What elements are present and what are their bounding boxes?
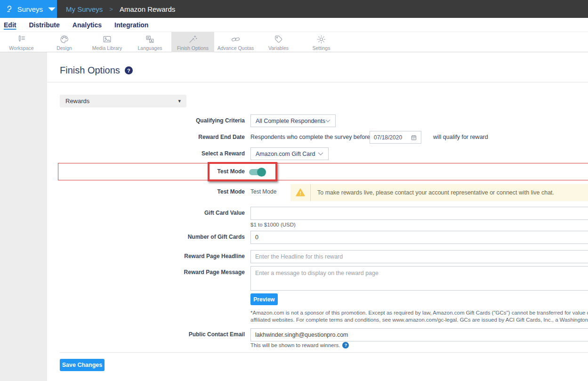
questionpro-logo-icon bbox=[6, 4, 13, 14]
calendar-icon bbox=[411, 134, 417, 141]
toggle-knob bbox=[257, 168, 266, 177]
edit-toolbar: Workspace Design Media Library Languag bbox=[0, 32, 588, 52]
toolbar-item-languages[interactable]: Languages bbox=[129, 32, 171, 52]
product-name: Surveys bbox=[17, 5, 43, 13]
select-a-reward-select[interactable]: Amazon.com Gift Card bbox=[250, 147, 329, 160]
help-icon[interactable]: ? bbox=[342, 342, 349, 349]
finish-option-type-dropdown[interactable]: Rewards ▾ bbox=[60, 95, 186, 107]
test-mode-toggle-label: Test Mode bbox=[217, 165, 245, 178]
number-of-gift-cards-label: Number of Gift Cards bbox=[188, 231, 245, 243]
toolbar-item-settings[interactable]: Settings bbox=[300, 32, 343, 52]
gear-icon bbox=[316, 34, 326, 44]
test-mode-status-label: Test Mode bbox=[217, 186, 245, 198]
qualifying-criteria-value: All Complete Respondents bbox=[256, 118, 325, 124]
qualifying-criteria-label: Qualifying Criteria bbox=[196, 114, 245, 127]
reward-end-date-value: 07/18/2020 bbox=[374, 134, 402, 141]
top-header-bar: Surveys My Surveys > Amazon Rewards bbox=[0, 0, 588, 18]
reward-end-date-prefix: Respondents who complete the survey befo… bbox=[250, 131, 370, 144]
warning-text: To make rewards live, please contact you… bbox=[317, 189, 554, 196]
reward-page-message-textarea[interactable] bbox=[250, 266, 588, 291]
page-title: Finish Options bbox=[60, 65, 120, 76]
toolbar-item-label: Media Library bbox=[92, 45, 122, 51]
annotation-highlight-row bbox=[58, 163, 588, 180]
preview-button[interactable]: Preview bbox=[250, 293, 278, 305]
toolbar-item-media-library[interactable]: Media Library bbox=[86, 32, 129, 52]
tag-icon bbox=[274, 34, 283, 44]
media-library-icon bbox=[102, 34, 112, 44]
reward-page-message-label: Reward Page Message bbox=[184, 266, 245, 279]
chevron-down-icon bbox=[325, 119, 330, 123]
reward-page-headline-label: Reward Page Headline bbox=[184, 250, 245, 263]
gift-card-value-helper: $1 to $1000 (USD) bbox=[250, 222, 296, 227]
amazon-legal-text: *Amazon.com is not a sponsor of this pro… bbox=[250, 309, 588, 324]
breadcrumb-separator: > bbox=[109, 6, 113, 13]
breadcrumb-my-surveys[interactable]: My Surveys bbox=[66, 5, 103, 13]
toolbar-item-variables[interactable]: Variables bbox=[257, 32, 300, 52]
chevron-down-icon bbox=[318, 152, 323, 156]
toolbar-item-workspace[interactable]: Workspace bbox=[0, 32, 43, 52]
section-divider bbox=[47, 82, 588, 82]
toolbar-item-label: Advance Quotas bbox=[217, 45, 254, 51]
breadcrumb: My Surveys > Amazon Rewards bbox=[66, 0, 175, 18]
gift-card-value-label: Gift Card Value bbox=[204, 207, 245, 219]
nav-tab-analytics[interactable]: Analytics bbox=[72, 21, 102, 29]
chain-links-icon bbox=[231, 34, 241, 44]
test-mode-status-value: Test Mode bbox=[250, 186, 276, 198]
toolbar-item-advance-quotas[interactable]: Advance Quotas bbox=[214, 32, 257, 52]
reward-end-date-label: Reward End Date bbox=[198, 131, 245, 144]
app-window: Surveys My Surveys > Amazon Rewards Edit… bbox=[0, 0, 588, 381]
toolbar-item-label: Finish Options bbox=[177, 45, 209, 51]
reward-page-headline-input[interactable] bbox=[250, 250, 588, 263]
languages-icon bbox=[145, 34, 155, 44]
primary-nav: Edit Distribute Analytics Integration bbox=[0, 18, 588, 32]
qualifying-criteria-select[interactable]: All Complete Respondents bbox=[250, 114, 336, 127]
warning-divider bbox=[310, 184, 311, 201]
toolbar-item-label: Settings bbox=[313, 45, 330, 51]
warning-triangle-icon bbox=[295, 187, 306, 198]
public-contact-email-helper: This will be shown to reward winners. bbox=[250, 342, 340, 348]
toolbar-item-label: Design bbox=[56, 45, 72, 51]
public-contact-email-input[interactable] bbox=[250, 328, 588, 341]
nav-tab-edit[interactable]: Edit bbox=[4, 21, 16, 29]
chevron-down-icon bbox=[47, 4, 57, 14]
legal-line-1: *Amazon.com is not a sponsor of this pro… bbox=[250, 309, 588, 316]
public-contact-email-label: Public Contact Email bbox=[189, 328, 245, 341]
legal-line-2: affiliated websites. For complete terms … bbox=[250, 316, 588, 324]
select-a-reward-value: Amazon.com Gift Card bbox=[256, 151, 315, 157]
breadcrumb-current-survey: Amazon Rewards bbox=[120, 5, 175, 13]
left-gutter bbox=[0, 52, 47, 381]
workspace-icon bbox=[16, 34, 26, 44]
nav-tab-integration[interactable]: Integration bbox=[114, 21, 148, 29]
test-mode-toggle[interactable] bbox=[249, 167, 268, 177]
gift-card-value-input[interactable] bbox=[250, 207, 588, 220]
select-a-reward-label: Select a Reward bbox=[201, 147, 245, 160]
surveys-menu-button[interactable]: Surveys bbox=[0, 0, 57, 18]
test-mode-warning-banner: To make rewards live, please contact you… bbox=[290, 184, 588, 201]
reward-end-date-input[interactable]: 07/18/2020 bbox=[370, 131, 421, 144]
reward-end-date-suffix: will qualify for reward bbox=[433, 131, 488, 144]
nav-tab-distribute[interactable]: Distribute bbox=[29, 21, 59, 29]
toolbar-item-finish-options[interactable]: Finish Options bbox=[171, 32, 214, 52]
toolbar-item-design[interactable]: Design bbox=[43, 32, 86, 52]
footer-divider bbox=[60, 352, 588, 353]
number-of-gift-cards-input[interactable] bbox=[250, 231, 588, 244]
magic-wand-icon bbox=[188, 34, 198, 44]
save-changes-button[interactable]: Save Changes bbox=[60, 359, 105, 371]
finish-option-type-value: Rewards bbox=[65, 97, 89, 105]
help-icon[interactable]: ? bbox=[125, 66, 133, 74]
toolbar-item-label: Languages bbox=[138, 45, 162, 51]
design-palette-icon bbox=[59, 34, 69, 44]
toolbar-item-label: Workspace bbox=[9, 45, 33, 51]
toolbar-item-label: Variables bbox=[268, 45, 289, 51]
chevron-down-icon: ▾ bbox=[178, 98, 181, 104]
